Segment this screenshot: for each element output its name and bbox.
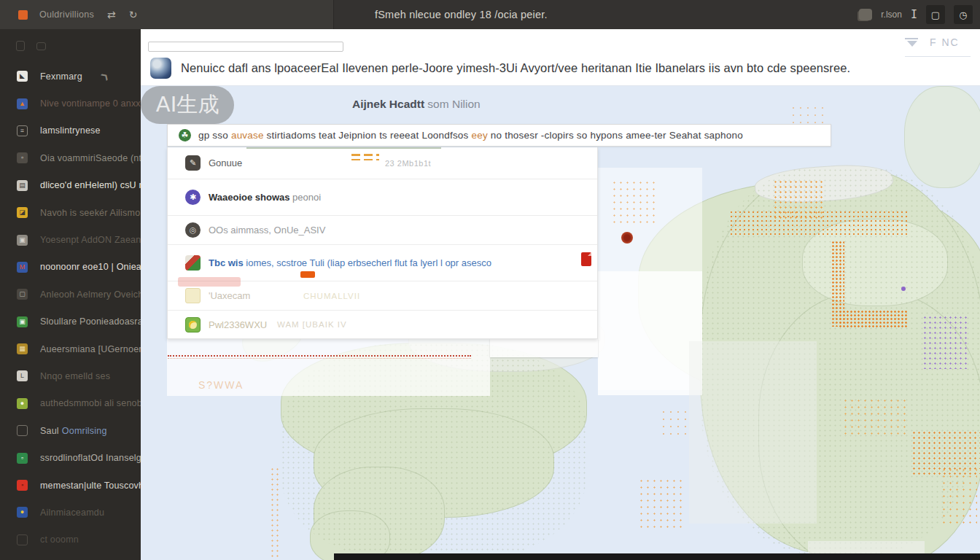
sidebar-item[interactable]: ◪Navoh is seekér Ailismo [0,199,141,226]
search-bar[interactable]: ☘ gp sso auvase stirtiadoms teat Jeipnio… [167,124,831,147]
sidebar-item-label: authedsmmobi ali senobs ) [40,398,141,408]
sidebar-item-label: Saul [40,426,59,436]
sidebar-item[interactable]: ct ooomn [0,526,141,553]
search-query[interactable]: gp sso auvase stirtiadoms teat Jeipnion … [198,130,743,141]
sidebar-item-icon: ▪ [17,480,28,491]
sidebar-item[interactable]: Mnoonoonr eoe10 | Onieaszier [0,254,141,281]
sidebar-item[interactable]: ▦Aueersmiana [UGernoenng) [0,335,141,362]
result-link[interactable]: Tbc wis iomes, scstroe Tuli (liap erbsec… [209,257,491,268]
sidebar-item-label: Fexnmarg [40,71,82,82]
sidebar-item[interactable]: ▫Oia voammiriSaeode (ntg). [0,144,141,171]
sidebar-item-label: Anleooh Aelmery Oveich [40,289,141,300]
sidebar-item-icon: L [17,370,28,381]
user-avatar[interactable] [859,9,872,20]
result-avatar-spiral-icon: ◎ [185,222,201,238]
sidebar-item-icon: ▲ [17,98,28,109]
sidebar-item-label: lamslintrynese [40,125,101,136]
sidebar-item[interactable]: ●authedsmmobi ali senobs ) [0,390,141,417]
sidebar-item[interactable]: ▤dliceo'd enHeleml) csU my [0,172,141,199]
map-dot-cluster [611,179,656,226]
result-meta-faint: CHUMALLVII [303,292,360,300]
sidebar-item[interactable]: ▣Yoesenpt AddON Zaeano [0,226,141,253]
map-landmass [904,86,980,188]
query-part: gp sso [198,130,231,141]
result-thumbnail [150,58,171,79]
result-row[interactable]: 'Uaxecam CHUMALLVII [168,281,597,311]
grid-icon[interactable] [36,42,46,50]
map-purple-marker[interactable] [901,287,906,291]
ai-generated-watermark: AI生成 [141,86,234,124]
result-row[interactable]: Pwl2336WXU WAM [UBAIK IV [168,311,597,338]
chevron-icon[interactable]: ❯ [99,71,111,82]
map-dot-cluster [842,397,909,435]
sidebar-item[interactable]: Oi [0,553,141,560]
query-part: stirtiadoms teat Jeipnion ts reeeat Loon… [264,130,472,141]
sidebar-item-label: Yoesenpt AddON Zaeano [40,235,141,245]
map-canvas[interactable]: Aijnek Hcadtt som Nilion ☘ gp sso auvase… [141,86,980,560]
sidebar-item-icon: ● [17,507,28,518]
bottom-bar [334,553,980,560]
sidebar-item[interactable]: ▫ssrodlinoflatOd Inanselg) [0,444,141,471]
sort-dropdown-icon[interactable] [905,37,919,47]
app-title: Ouldrivillions [39,9,94,20]
sidebar-item-icon: ▫ [17,152,28,163]
search-engine-icon: ☘ [179,129,191,141]
history-icon[interactable]: ⇄ [107,9,116,20]
screen: Ouldrivillions ⇄ ↻ fSmeh nlecue ondley 1… [0,0,980,560]
sidebar-item-icon: ◣ [17,71,28,82]
result-row[interactable]: ◎ OOs aimmass, OnUe_ASIV [168,216,597,245]
window-icon[interactable]: ▢ [926,5,945,24]
map-subtitle-bold: Aijnek Hcadtt [352,98,424,110]
sidebar-items: ◣Fexnmarg❯▲Nive vontinampe 0 anxxg≡lamsl… [0,63,141,560]
sidebar-item-label: Ailnmiaceamdu [40,508,104,518]
faint-map-label: S?WWA [198,379,244,391]
map-alert-marker[interactable] [621,232,633,244]
sidebar-item-label: ssrodlinoflatOd Inanselg) [40,453,141,463]
clock-icon[interactable]: ◷ [954,5,973,24]
sidebar-item[interactable]: ≡lamslintrynese [0,117,141,144]
sidebar-item-label: noonoonr eoe10 | Onieaszier [40,262,141,272]
title-bar: Ouldrivillions ⇄ ↻ fSmeh nlecue ondley 1… [0,0,980,29]
title-bar-left: Ouldrivillions ⇄ ↻ [0,0,334,29]
sidebar-item[interactable]: ●Ailnmiaceamdu [0,499,141,526]
divider [905,56,971,57]
result-title[interactable]: 'Uaxecam [209,290,250,301]
corner-label[interactable]: F NC [930,36,960,48]
sidebar-item[interactable]: ▢Anleooh Aelmery Oveich [0,281,141,308]
result-title[interactable]: Waaeoioe showas peonoi [209,192,321,203]
sidebar-item-label: Nnqo emelld ses [40,371,110,381]
pdf-icon[interactable] [581,252,591,266]
map-dot-cluster [839,310,908,327]
map-fade-panel [689,341,817,524]
sidebar-item-icon: ● [17,398,28,409]
collapse-icon[interactable] [16,41,25,51]
sidebar-item[interactable]: ◣Fexnmarg❯ [0,63,141,90]
refresh-icon[interactable]: ↻ [129,9,138,20]
result-title[interactable]: Gonuue [209,158,242,168]
result-avatar-document [185,288,201,303]
result-title[interactable]: Pwl2336WXU [209,319,267,330]
header-corner: F NC [905,36,960,48]
user-label[interactable]: r.lson [881,9,902,20]
result-title[interactable]: OOs aimmass, OnUe_ASIV [209,225,325,236]
sidebar-item[interactable]: ▣Sloullare Poonieadoasralie [0,308,141,335]
header-input[interactable] [148,42,343,52]
content-header: Nenuicc dafl ans lpoaceerEal Ilevenen pe… [141,29,980,86]
result-avatar-thumbnail [185,255,201,271]
sidebar-item[interactable]: LNnqo emelld ses [0,362,141,389]
result-title-rest: peonoi [290,192,322,203]
sidebar-item[interactable]: ▲Nive vontinampe 0 anxxg [0,90,141,117]
result-row[interactable]: Tbc wis iomes, scstroe Tuli (liap erbsec… [168,245,597,281]
sidebar-item[interactable]: Saul Oomrilsing [0,417,141,444]
result-meta-faint: WAM [UBAIK IV [277,320,347,329]
red-dotted-line [168,358,471,359]
query-part-highlight: auvase [231,130,264,141]
panel-fade-right [490,339,598,357]
sidebar-item-icon: ▦ [17,343,28,354]
result-row[interactable]: ✱ Waaeoioe showas peonoi [168,179,597,216]
address-text[interactable]: fSmeh nlecue ondley 18 /ocia peier. [375,0,548,29]
sidebar-item[interactable]: ▪memestan|ulte Touscovhl [0,472,141,499]
title-bar-right: r.lson I ▢ ◷ [859,0,973,29]
result-row[interactable]: ✎ Gonuue 23 2Mb1b1t [168,147,597,179]
map-dot-cluster [660,408,689,438]
